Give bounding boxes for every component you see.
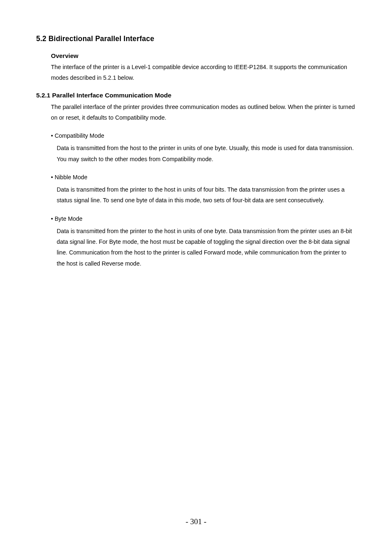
document-page: 5.2 Bidirectional Parallel Interface Ove… xyxy=(0,0,392,555)
bullet-title: • Byte Mode xyxy=(51,213,356,224)
page-number: - 301 - xyxy=(0,517,392,526)
bullet-title: • Compatibility Mode xyxy=(51,130,356,141)
bullet-body: Data is transmitted from the host to the… xyxy=(57,143,356,164)
subsection-paragraph: The parallel interface of the printer pr… xyxy=(51,102,356,123)
bullet-body: Data is transmitted from the printer to … xyxy=(57,226,356,269)
section-heading: 5.2 Bidirectional Parallel Interface xyxy=(36,35,356,43)
bullet-body: Data is transmitted from the printer to … xyxy=(57,184,356,206)
bullet-title: • Nibble Mode xyxy=(51,172,356,183)
overview-heading: Overview xyxy=(51,52,356,59)
subsection-heading: 5.2.1 Parallel Interface Communication M… xyxy=(36,92,356,99)
overview-paragraph: The interface of the printer is a Level-… xyxy=(51,62,356,83)
